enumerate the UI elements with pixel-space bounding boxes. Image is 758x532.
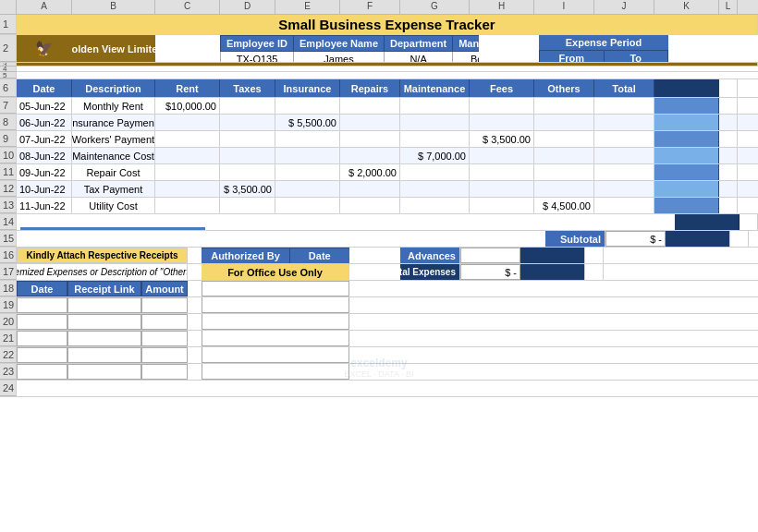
ins-8: $ 5,500.00 bbox=[275, 115, 340, 130]
receipts-subtitle: Itemized Expenses or Description of "Oth… bbox=[17, 264, 188, 280]
dept-header: Department bbox=[385, 36, 453, 52]
fees-8 bbox=[470, 115, 534, 130]
gap-23 bbox=[188, 364, 202, 380]
receipt-date-19[interactable] bbox=[17, 297, 67, 313]
ins-11 bbox=[275, 164, 340, 180]
date-8: 06-Jun-22 bbox=[17, 115, 72, 130]
col-header-f: F bbox=[340, 0, 400, 14]
desc-11: Repair Cost bbox=[72, 164, 155, 180]
row-num-24: 24 bbox=[0, 381, 17, 396]
receipt-date-20[interactable] bbox=[17, 314, 67, 330]
taxes-11 bbox=[220, 164, 275, 180]
fees-12 bbox=[470, 181, 534, 197]
taxes-8 bbox=[220, 115, 275, 130]
col-header-c: C bbox=[155, 0, 220, 14]
row-num-10: 10 bbox=[0, 148, 17, 163]
receipt-link-19[interactable] bbox=[67, 297, 141, 313]
gap-16 bbox=[188, 248, 202, 263]
maint-9 bbox=[400, 131, 470, 147]
company-name: Golden View Limited bbox=[72, 35, 155, 62]
others-13: $ 4,500.00 bbox=[534, 198, 594, 213]
col-date-header: Date bbox=[17, 79, 72, 97]
others-9 bbox=[534, 131, 594, 147]
receipt-amount-21[interactable] bbox=[141, 331, 188, 346]
receipt-amount-22[interactable] bbox=[141, 347, 188, 363]
empty-9m bbox=[719, 131, 738, 147]
date-13: 11-Jun-22 bbox=[17, 198, 72, 213]
taxes-13 bbox=[220, 198, 275, 213]
row-bar-7 bbox=[654, 98, 719, 114]
col-rent-header: Rent bbox=[155, 79, 220, 97]
rep-7 bbox=[340, 98, 400, 114]
empty-17m bbox=[585, 264, 604, 280]
date-7: 05-Jun-22 bbox=[17, 98, 72, 114]
office-use-label: For Office Use Only bbox=[202, 264, 349, 280]
employee-info-container: Employee ID Employee Name Department Man… bbox=[220, 35, 479, 62]
gap2-16 bbox=[349, 248, 400, 263]
receipt-link-23[interactable] bbox=[67, 364, 141, 380]
row-num-16: 16 bbox=[0, 248, 17, 263]
col-header-l: L bbox=[719, 0, 738, 14]
dark-15l bbox=[666, 231, 730, 247]
row-bar-11 bbox=[654, 164, 719, 180]
total-11 bbox=[594, 164, 654, 180]
gap-20 bbox=[188, 314, 202, 330]
empty-15m bbox=[730, 231, 749, 247]
fees-13 bbox=[470, 198, 534, 213]
empty-11m bbox=[719, 164, 738, 180]
others-7 bbox=[534, 98, 594, 114]
navy-header-l bbox=[654, 79, 719, 97]
col-desc-header: Description bbox=[72, 79, 155, 97]
maint-13 bbox=[400, 198, 470, 213]
desc-7: Monthly Rent bbox=[72, 98, 155, 114]
row-num-18: 18 bbox=[0, 281, 17, 296]
subtotal-value: $ - bbox=[605, 231, 666, 247]
receipt-date-23[interactable] bbox=[17, 364, 67, 380]
row-num-19: 19 bbox=[0, 297, 17, 313]
emp-id-value: TX-O135 bbox=[221, 52, 294, 63]
maint-10: $ 7,000.00 bbox=[400, 148, 470, 163]
col-maintenance-header: Maintenance bbox=[400, 79, 470, 97]
row-num-9: 9 bbox=[0, 131, 17, 147]
receipt-link-22[interactable] bbox=[67, 347, 141, 363]
row-bar-10 bbox=[654, 148, 719, 163]
logo-row3 bbox=[17, 63, 758, 66]
receipt-date-21[interactable] bbox=[17, 331, 67, 346]
logo-cell: 🦅 bbox=[17, 35, 72, 62]
dept-value: N/A bbox=[385, 52, 453, 63]
total-exp-value: $ - bbox=[460, 264, 520, 280]
from-header: From bbox=[540, 51, 605, 63]
receipt-amount-20[interactable] bbox=[141, 314, 188, 330]
empty-right-21 bbox=[349, 331, 758, 346]
maint-7 bbox=[400, 98, 470, 114]
receipt-amount-23[interactable] bbox=[141, 364, 188, 380]
total-12 bbox=[594, 181, 654, 197]
empty-2d bbox=[155, 35, 220, 62]
empty-15-span bbox=[17, 231, 545, 247]
receipts-title: Kindly Attach Respective Receipts bbox=[17, 248, 188, 263]
desc-9: Workers' Payment bbox=[72, 131, 155, 147]
col-header-i: I bbox=[534, 0, 594, 14]
receipt-link-21[interactable] bbox=[67, 331, 141, 346]
total-13 bbox=[594, 198, 654, 213]
blue-bar-14 bbox=[20, 227, 205, 230]
auth-by-header: Authorized By bbox=[202, 248, 289, 264]
receipt-date-22[interactable] bbox=[17, 347, 67, 363]
spreadsheet-title: Small Business Expense Tracker bbox=[17, 15, 758, 34]
office-use-area-23 bbox=[202, 364, 349, 380]
row-num-12: 12 bbox=[0, 181, 17, 197]
emp-id-header: Employee ID bbox=[221, 36, 294, 52]
receipt-link-20[interactable] bbox=[67, 314, 141, 330]
empty-14m bbox=[740, 214, 758, 230]
empty-8m bbox=[719, 115, 738, 130]
receipt-amount-19[interactable] bbox=[141, 297, 188, 313]
row-num-6: 6 bbox=[0, 79, 17, 97]
auth-container: Authorized By Date Bob 29-06-22 bbox=[202, 248, 349, 263]
office-use-area-22 bbox=[202, 347, 349, 363]
others-10 bbox=[534, 148, 594, 163]
rent-7: $10,000.00 bbox=[155, 98, 220, 114]
empty-16m bbox=[585, 248, 604, 263]
empty-row4 bbox=[17, 66, 758, 71]
row-num-23: 23 bbox=[0, 364, 17, 380]
gap-18 bbox=[188, 281, 202, 296]
